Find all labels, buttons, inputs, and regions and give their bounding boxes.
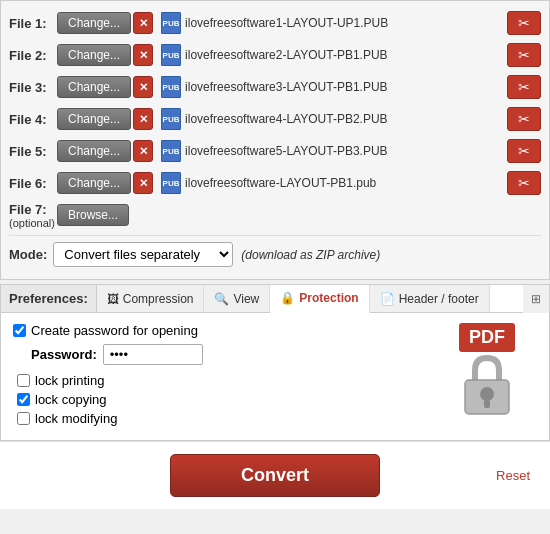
header_footer-tab-label: Header / footer: [399, 292, 479, 306]
file7-label: File 7: (optional): [9, 202, 57, 229]
file2-delete-button[interactable]: ✕: [133, 44, 153, 66]
mode-select[interactable]: Convert files separatelyMerge files into…: [53, 242, 233, 267]
convert-button[interactable]: Convert: [170, 454, 380, 497]
file5-name: ilovefreesoftware5-LAYOUT-PB3.PUB: [185, 144, 388, 158]
create-password-row: Create password for opening: [13, 323, 437, 338]
lock-printing-row: lock printing: [17, 373, 437, 388]
file2-scissors-button[interactable]: ✂: [507, 43, 541, 67]
scissors-icon: ✂: [518, 143, 530, 159]
create-password-label: Create password for opening: [31, 323, 198, 338]
file2-info: PUB ilovefreesoftware2-LAYOUT-PB1.PUB: [161, 44, 503, 66]
file6-label: File 6:: [9, 176, 57, 191]
file6-row: File 6: Change... ✕ PUB ilovefreesoftwar…: [9, 169, 541, 197]
bottom-section: Convert Reset: [0, 441, 550, 509]
file3-name: ilovefreesoftware3-LAYOUT-PB1.PUB: [185, 80, 388, 94]
mode-label: Mode:: [9, 247, 47, 262]
file1-name: ilovefreesoftware1-LAYOUT-UP1.PUB: [185, 16, 388, 30]
create-password-checkbox[interactable]: [13, 324, 26, 337]
pref-label-row: Preferences: 🖼Compression🔍View🔒Protectio…: [1, 285, 549, 313]
file7-browse-button[interactable]: Browse...: [57, 204, 129, 226]
file1-label: File 1:: [9, 16, 57, 31]
file3-pub-icon: PUB: [161, 76, 181, 98]
file5-row: File 5: Change... ✕ PUB ilovefreesoftwar…: [9, 137, 541, 165]
pref-options: Create password for opening Password: lo…: [13, 323, 437, 430]
file1-pub-icon: PUB: [161, 12, 181, 34]
pdf-lock-icon: PDF: [437, 323, 537, 429]
pref-content: Create password for opening Password: lo…: [1, 313, 549, 440]
file2-change-button[interactable]: Change...: [57, 44, 131, 66]
tab-header_footer[interactable]: 📄Header / footer: [370, 285, 490, 312]
protection-tab-icon: 🔒: [280, 291, 295, 305]
file2-name: ilovefreesoftware2-LAYOUT-PB1.PUB: [185, 48, 388, 62]
view-tab-icon: 🔍: [214, 292, 229, 306]
zip-note: (download as ZIP archive): [241, 248, 380, 262]
scissors-icon: ✂: [518, 15, 530, 31]
file3-change-button[interactable]: Change...: [57, 76, 131, 98]
tab-protection[interactable]: 🔒Protection: [270, 285, 369, 313]
password-input[interactable]: [103, 344, 203, 365]
lock-modifying-label: lock modifying: [35, 411, 117, 426]
compression-tab-label: Compression: [123, 292, 194, 306]
file1-scissors-button[interactable]: ✂: [507, 11, 541, 35]
mode-row: Mode: Convert files separatelyMerge file…: [9, 235, 541, 271]
view-tab-label: View: [233, 292, 259, 306]
lock-copying-label: lock copying: [35, 392, 107, 407]
file3-row: File 3: Change... ✕ PUB ilovefreesoftwar…: [9, 73, 541, 101]
scissors-icon: ✂: [518, 175, 530, 191]
password-row: Password:: [31, 344, 437, 365]
file6-pub-icon: PUB: [161, 172, 181, 194]
file1-change-button[interactable]: Change...: [57, 12, 131, 34]
file4-delete-button[interactable]: ✕: [133, 108, 153, 130]
file4-info: PUB ilovefreesoftware4-LAYOUT-PB2.PUB: [161, 108, 503, 130]
scissors-icon: ✂: [518, 47, 530, 63]
file4-label: File 4:: [9, 112, 57, 127]
scissors-icon: ✂: [518, 79, 530, 95]
scissors-icon: ✂: [518, 111, 530, 127]
more-tabs-button[interactable]: ⊞: [523, 285, 549, 313]
lock-graphic: [457, 350, 517, 429]
file3-label: File 3:: [9, 80, 57, 95]
preferences-section: Preferences: 🖼Compression🔍View🔒Protectio…: [0, 284, 550, 441]
file5-change-button[interactable]: Change...: [57, 140, 131, 162]
file7-optional: (optional): [9, 217, 57, 229]
tabs-row: 🖼Compression🔍View🔒Protection📄Header / fo…: [97, 285, 523, 313]
file5-delete-button[interactable]: ✕: [133, 140, 153, 162]
main-container: File 1: Change... ✕ PUB ilovefreesoftwar…: [0, 0, 550, 280]
file1-row: File 1: Change... ✕ PUB ilovefreesoftwar…: [9, 9, 541, 37]
lock-copying-checkbox[interactable]: [17, 393, 30, 406]
tab-compression[interactable]: 🖼Compression: [97, 285, 205, 312]
file6-delete-button[interactable]: ✕: [133, 172, 153, 194]
lock-modifying-row: lock modifying: [17, 411, 437, 426]
lock-modifying-checkbox[interactable]: [17, 412, 30, 425]
file3-scissors-button[interactable]: ✂: [507, 75, 541, 99]
preferences-label: Preferences:: [1, 285, 97, 313]
file4-change-button[interactable]: Change...: [57, 108, 131, 130]
pdf-icon-container: PDF: [457, 323, 517, 429]
file7-row: File 7: (optional) Browse...: [9, 201, 541, 229]
pdf-badge: PDF: [459, 323, 515, 352]
file3-info: PUB ilovefreesoftware3-LAYOUT-PB1.PUB: [161, 76, 503, 98]
file4-scissors-button[interactable]: ✂: [507, 107, 541, 131]
file1-delete-button[interactable]: ✕: [133, 12, 153, 34]
lock-svg: [457, 350, 517, 420]
password-label: Password:: [31, 347, 97, 362]
file5-label: File 5:: [9, 144, 57, 159]
reset-link[interactable]: Reset: [496, 468, 530, 483]
file3-delete-button[interactable]: ✕: [133, 76, 153, 98]
file6-scissors-button[interactable]: ✂: [507, 171, 541, 195]
file5-scissors-button[interactable]: ✂: [507, 139, 541, 163]
file4-name: ilovefreesoftware4-LAYOUT-PB2.PUB: [185, 112, 388, 126]
file6-change-button[interactable]: Change...: [57, 172, 131, 194]
compression-tab-icon: 🖼: [107, 292, 119, 306]
file6-name: ilovefreesoftware-LAYOUT-PB1.pub: [185, 176, 376, 190]
file2-pub-icon: PUB: [161, 44, 181, 66]
lock-printing-checkbox[interactable]: [17, 374, 30, 387]
file4-pub-icon: PUB: [161, 108, 181, 130]
lock-printing-label: lock printing: [35, 373, 104, 388]
tab-view[interactable]: 🔍View: [204, 285, 270, 312]
file1-info: PUB ilovefreesoftware1-LAYOUT-UP1.PUB: [161, 12, 503, 34]
file5-info: PUB ilovefreesoftware5-LAYOUT-PB3.PUB: [161, 140, 503, 162]
protection-tab-label: Protection: [299, 291, 358, 305]
lock-copying-row: lock copying: [17, 392, 437, 407]
file-rows-container: File 1: Change... ✕ PUB ilovefreesoftwar…: [9, 9, 541, 197]
